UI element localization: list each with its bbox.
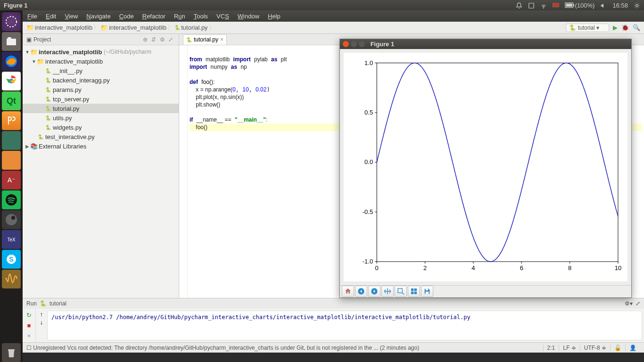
dock-qt[interactable]: Qt xyxy=(2,91,21,110)
tree-file[interactable]: 🐍backend_interagg.py xyxy=(23,75,179,85)
menu-window[interactable]: Window xyxy=(238,13,259,20)
xtick-label: 4 xyxy=(471,264,475,272)
matplotlib-figure-window[interactable]: Figure 1 -1.0-0.50.00.51.0 0246810 xyxy=(339,39,632,298)
menu-help[interactable]: Help xyxy=(268,13,281,20)
dock-dash[interactable] xyxy=(2,12,21,31)
xtick-label: 8 xyxy=(568,264,571,272)
close-window-icon[interactable] xyxy=(343,41,349,47)
wifi-icon[interactable] xyxy=(540,1,547,9)
save-icon[interactable] xyxy=(421,286,433,297)
rerun-button[interactable]: ↻ xyxy=(25,311,33,319)
ide-status-bar: ☐ Unregistered Vcs root detected: The di… xyxy=(23,342,644,353)
dock-steam[interactable] xyxy=(2,210,21,229)
dock-waveform[interactable] xyxy=(2,270,21,288)
project-panel: ▣Project ⊕ ⇵ ⚙ ⤢ ▼📁interactive_matplotli… xyxy=(23,34,179,298)
workspace-icon[interactable] xyxy=(528,1,535,9)
caret-pos[interactable]: 2:1 xyxy=(543,345,559,351)
encoding[interactable]: UTF-8 ≑ xyxy=(580,345,610,351)
dock-app-1[interactable] xyxy=(2,131,21,150)
ytick-label: -0.5 xyxy=(363,208,373,215)
menu-vcs[interactable]: VCS xyxy=(216,13,229,20)
tree-file[interactable]: 🐍params.py xyxy=(23,85,179,94)
figure-toolbar xyxy=(340,285,631,297)
notification-icon[interactable] xyxy=(516,1,522,9)
hide-icon[interactable]: ⤢ xyxy=(168,36,175,43)
debug-button[interactable]: 🐞 xyxy=(621,24,629,31)
console-output[interactable]: /usr/bin/python2.7 /home/andrey/GitHub/p… xyxy=(47,311,642,340)
tree-file-selected[interactable]: 🐍tutorial.py xyxy=(23,104,179,113)
menu-tools[interactable]: Tools xyxy=(194,13,208,20)
pan-icon[interactable] xyxy=(381,286,394,297)
dock-app-3[interactable]: A⁻ xyxy=(2,171,21,189)
line-ending[interactable]: LF ≑ xyxy=(559,345,579,351)
back-icon[interactable] xyxy=(355,286,367,297)
ytick-label: -1.0 xyxy=(363,258,373,265)
dock-tex[interactable]: TeX xyxy=(2,230,21,249)
up-button[interactable]: ↑ xyxy=(40,311,43,318)
dock-spotify[interactable] xyxy=(2,190,21,209)
menu-navigate[interactable]: Navigate xyxy=(86,13,110,20)
down-button[interactable]: ↓ xyxy=(40,319,43,326)
power-icon[interactable] xyxy=(634,1,640,9)
zoom-icon[interactable] xyxy=(395,286,407,297)
crumb-3[interactable]: 🐍 tutorial.py xyxy=(174,24,207,31)
dock-firefox[interactable] xyxy=(2,52,21,71)
menu-code[interactable]: Code xyxy=(119,13,134,20)
menu-file[interactable]: File xyxy=(27,13,37,20)
run-button[interactable]: ▶ xyxy=(613,24,618,31)
tree-file[interactable]: 🐍widgets.py xyxy=(23,123,179,132)
svg-rect-19 xyxy=(377,63,618,262)
opts-icon[interactable]: ⇵ xyxy=(151,36,158,43)
hector-icon[interactable]: 👤 xyxy=(625,345,640,351)
svg-rect-9 xyxy=(8,37,11,39)
crumb-1[interactable]: 📁 interactive_matplotlib xyxy=(26,24,92,31)
editor-tab-tutorial[interactable]: 🐍tutorial.py× xyxy=(183,34,227,45)
stop-button[interactable]: ■ xyxy=(25,321,33,329)
dock-trash[interactable] xyxy=(2,343,21,362)
tree-file[interactable]: 🐍tcp_server.py xyxy=(23,94,179,104)
home-icon[interactable] xyxy=(342,286,354,297)
run-config-select[interactable]: 🐍 tutorial ▾ xyxy=(566,24,609,32)
collapse-icon[interactable]: ⊕ xyxy=(143,36,149,43)
lock-icon[interactable]: 🔓 xyxy=(610,345,625,351)
dock-pycharm[interactable] xyxy=(2,111,21,130)
svg-rect-37 xyxy=(414,292,417,294)
tree-external-libs[interactable]: ▶📚External Libraries xyxy=(23,141,179,151)
run-gear-icon[interactable]: ⚙▾ xyxy=(625,300,633,307)
menu-run[interactable]: Run xyxy=(174,13,185,20)
ytick-label: 1.0 xyxy=(364,59,373,66)
search-button[interactable]: 🔍 xyxy=(633,24,640,31)
tree-file[interactable]: 🐍test_interactive.py xyxy=(23,132,179,141)
dock-skype[interactable]: S xyxy=(2,250,21,269)
menu-view[interactable]: View xyxy=(65,13,78,20)
volume-icon[interactable] xyxy=(600,1,607,9)
screen-icon[interactable] xyxy=(553,2,559,9)
svg-rect-8 xyxy=(7,39,16,45)
gear-icon[interactable]: ⚙ xyxy=(160,36,166,43)
svg-point-15 xyxy=(11,216,15,220)
figure-titlebar[interactable]: Figure 1 xyxy=(340,39,631,49)
project-header: ▣Project ⊕ ⇵ ⚙ ⤢ xyxy=(23,34,179,45)
dock-chrome[interactable] xyxy=(2,72,21,90)
menu-edit[interactable]: Edit xyxy=(46,13,56,20)
tree-file[interactable]: 🐍utils.py xyxy=(23,113,179,123)
close-tab-icon[interactable]: × xyxy=(220,36,223,43)
menu-refactor[interactable]: Refactor xyxy=(142,13,165,20)
forward-icon[interactable] xyxy=(368,286,380,297)
dock-files[interactable] xyxy=(2,32,21,51)
run-hide-icon[interactable]: ⤢ xyxy=(636,300,640,307)
tree-file[interactable]: 🐍__init__.py xyxy=(23,66,179,75)
tree-module[interactable]: ▼📁interactive_matplotlib xyxy=(23,57,179,66)
menubar: File Edit View Navigate Code Refactor Ru… xyxy=(23,10,644,22)
battery-icon[interactable]: (100%) xyxy=(565,2,595,9)
tree-root[interactable]: ▼📁interactive_matplotlib (~/GitHub/pycha… xyxy=(23,47,179,57)
minimize-window-icon[interactable] xyxy=(351,41,357,47)
maximize-window-icon[interactable] xyxy=(359,41,365,47)
xtick-label: 6 xyxy=(520,264,523,272)
close-run-button[interactable]: × xyxy=(25,331,33,340)
status-msg[interactable]: ☐ Unregistered Vcs root detected: The di… xyxy=(26,345,419,351)
subplots-icon[interactable] xyxy=(408,286,420,297)
crumb-2[interactable]: 📁 interactive_matplotlib xyxy=(100,24,166,31)
dock-app-2[interactable] xyxy=(2,151,21,170)
clock[interactable]: 16:58 xyxy=(612,2,628,9)
